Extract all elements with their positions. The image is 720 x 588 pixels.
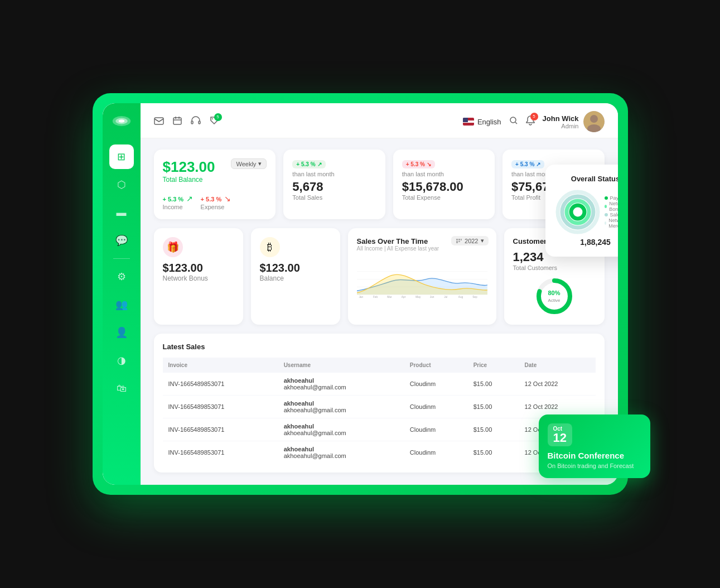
sales-chart-card: Sales Over The Time All Income | All Exp… [348,228,496,325]
svg-text:Jan: Jan [359,296,363,298]
tag-badge: 5 [214,113,222,121]
cell-product: Cloudinm [404,418,468,441]
rings-svg [555,190,600,234]
svg-rect-3 [154,118,163,124]
legend-network-bonus: Network Bonus [605,201,618,212]
sales-dot [605,213,608,216]
total-expense-trend: + 5.3 % [406,161,425,167]
language-selector[interactable]: English [463,118,501,126]
balance-card: $123.00 Total Balance Weekly ▾ [154,150,276,219]
svg-text:Apr: Apr [401,296,405,298]
payout-label: Payout [610,195,618,201]
headphone-icon-btn[interactable] [191,116,201,128]
bitcoin-date-box: Oct 12 [548,423,572,446]
calendar-icon-btn[interactable] [173,116,182,128]
sidebar-item-store[interactable]: 🛍 [109,376,134,401]
svg-text:Aug: Aug [458,296,463,298]
sales-chart-svg: Jan Feb Mar Apr May Jun Jul Aug Sep [357,256,487,306]
topbar-left: 5 [154,116,219,128]
legend-network-merchants: Network Merchants [605,218,618,229]
cell-invoice: INV-1665489853071 [163,441,278,464]
sidebar-item-settings[interactable]: ⚙ [109,264,134,289]
weekly-filter[interactable]: Weekly ▾ [231,158,267,169]
balance-label: Total Balance [163,176,215,184]
sidebar-item-cards[interactable]: ▬ [109,200,134,225]
sidebar-divider [113,258,130,259]
overall-status-value: 1,88,245 [555,238,618,247]
svg-text:Feb: Feb [373,296,378,298]
bitcoin-title: Bitcoin Conference [548,451,641,460]
stats-row: $123.00 Total Balance Weekly ▾ [154,150,605,219]
total-sales-card: + 5.3 % ↗ than last month 5,678 Total Sa… [283,150,385,219]
expense-label: Expense [201,204,231,210]
network-bonus-legend-label: Network Bonus [609,201,617,212]
table-row: INV-1665489853071 akhoeahul akhoeahul@gm… [163,396,596,418]
search-btn[interactable] [509,116,518,128]
chart-year: 2022 [465,238,478,244]
tag-icon-btn[interactable]: 5 [210,116,219,128]
svg-point-7 [212,118,213,119]
svg-text:Mar: Mar [387,296,392,298]
col-date: Date [519,358,596,373]
total-sales-label: Total Sales [292,194,376,201]
svg-text:Jul: Jul [444,296,447,298]
svg-rect-5 [191,121,193,124]
network-bonus-value: $123.00 [163,262,234,274]
mini-stats: + 5.3 % ↗ Income + 5.3 % ↘ Expens [163,194,267,210]
teams-icon: 👥 [115,298,128,311]
legend-payout: Payout [605,195,618,201]
balance-value: $123.00 [163,158,215,176]
svg-rect-4 [173,118,181,124]
sidebar-item-messages[interactable]: 💬 [109,228,134,253]
topbar: 5 English [141,103,618,138]
col-username: Username [278,358,404,373]
svg-text:Sep: Sep [472,296,477,298]
cell-email: akhoeahul@gmail.com [284,452,399,459]
chart-year-badge[interactable]: 2022 ▾ [451,236,488,245]
table-row: INV-1665489853071 akhoeahul akhoeahul@gm… [163,441,596,464]
avatar [583,111,605,132]
table-row: INV-1665489853071 akhoeahul akhoeahul@gm… [163,418,596,441]
sidebar-item-theme[interactable]: ◑ [109,348,134,373]
legend-sales: Sales [605,212,618,218]
mail-icon-btn[interactable] [154,116,164,128]
sidebar-item-hierarchy[interactable]: ⬡ [109,172,134,197]
customers-label: Total Customers [513,264,596,271]
sidebar-item-profile[interactable]: 👤 [109,320,134,345]
trend-up-arrow-profit: ↗ [536,161,540,167]
cell-price: $15.00 [468,396,519,418]
col-invoice: Invoice [163,358,278,373]
svg-text:May: May [415,296,421,298]
overall-status-card: Overall Status Payout [545,165,618,257]
balance-icon: ₿ [260,237,280,257]
user-info[interactable]: John Wick Admin [543,111,605,132]
svg-text:Jun: Jun [429,296,434,298]
cell-price: $15.00 [468,418,519,441]
total-sales-trend: + 5.3 % [296,161,315,167]
hierarchy-icon: ⬡ [117,179,126,191]
chevron-icon: ▾ [481,237,484,244]
notification-btn[interactable]: 5 [526,115,535,128]
logo [112,113,132,131]
network-merchants-label: Network Merchants [608,218,617,229]
rings-chart [555,190,600,234]
settings-icon: ⚙ [117,271,126,283]
cell-date: 12 Oct 2022 [519,373,596,396]
sales-table: Invoice Username Product Price Date INV-… [163,358,596,464]
profile-icon: 👤 [115,326,128,339]
status-legend: Payout Network Bonus Sales Network Merch… [605,195,618,229]
cell-email: akhoeahul@gmail.com [284,384,399,391]
bitcoin-subtitle: On Bitcoin trading and Forecast [548,462,641,469]
bitcoin-day: 12 [553,432,567,444]
cards-icon: ▬ [117,207,127,219]
active-donut: 80% Active [535,277,574,316]
dashboard-icon: ⊞ [117,151,125,163]
sidebar-item-teams[interactable]: 👥 [109,292,134,317]
col-product: Product [404,358,468,373]
sales-legend-label: Sales [610,212,618,218]
sidebar-item-dashboard[interactable]: ⊞ [109,144,134,169]
total-sales-trend-badge: + 5.3 % ↗ [292,160,325,168]
expense-trend: + 5.3 % [201,196,222,203]
income-trend: + 5.3 % [163,196,184,203]
svg-point-2 [118,119,124,122]
